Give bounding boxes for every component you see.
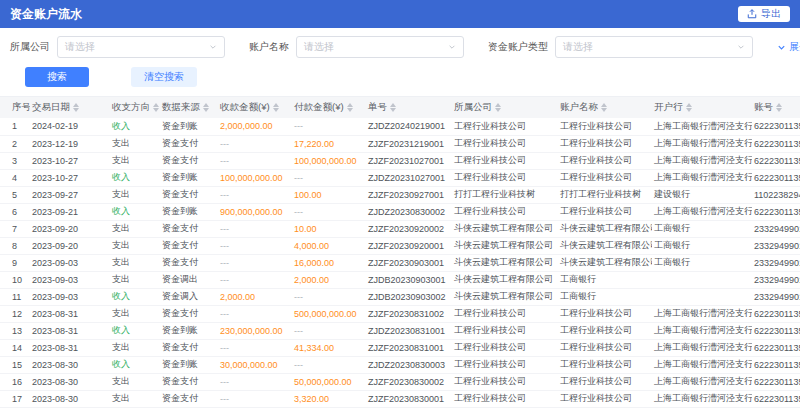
cell-receipt: 2,000,000.00 <box>218 118 292 135</box>
table-row: 132023-08-31收入资金到账230,000,000.00---ZJDZ2… <box>0 322 800 339</box>
cell-direction: 支出 <box>110 339 160 356</box>
sort-icon[interactable] <box>495 103 501 112</box>
cell-company: 工程行业科技公司 <box>452 169 558 186</box>
column-header-label: 付款金额(¥) <box>294 101 344 112</box>
cell-seq: 3 <box>0 152 30 169</box>
chevron-down-icon <box>777 43 786 52</box>
cell-account_name: 工程行业科技公司 <box>558 152 652 169</box>
column-header-label: 数据来源 <box>162 101 200 112</box>
sort-icon[interactable] <box>686 103 692 112</box>
cell-seq: 8 <box>0 237 30 254</box>
cell-receipt: --- <box>218 373 292 390</box>
cell-account_name: 工程行业科技公司 <box>558 356 652 373</box>
export-button-label: 导出 <box>761 9 781 19</box>
clear-search-button[interactable]: 清空搜索 <box>131 67 197 87</box>
cell-bank: 工商银行 <box>652 220 752 237</box>
flow-table: 序号交易日期收支方向数据来源收款金额(¥)付款金额(¥)单号所属公司账户名称开户… <box>0 97 800 408</box>
cell-account_no: 62223011357216 <box>752 135 800 152</box>
sort-icon[interactable] <box>776 103 782 112</box>
page-header: 资金账户流水 导出 <box>0 0 800 28</box>
cell-receipt: 230,000,000.00 <box>218 322 292 339</box>
cell-receipt: 30,000,000.00 <box>218 356 292 373</box>
cell-payment: 100,000,000.00 <box>292 152 366 169</box>
cell-account_name: 工程行业科技公司 <box>558 305 652 322</box>
cell-direction: 支出 <box>110 220 160 237</box>
sort-icon[interactable] <box>273 103 279 112</box>
cell-payment: 3,320.00 <box>292 390 366 407</box>
cell-order_no: ZJDB20230903002 <box>366 288 452 305</box>
cell-bank <box>652 288 752 305</box>
cell-order_no: ZJDZ20240219001 <box>366 118 452 135</box>
column-header-label: 收款金额(¥) <box>220 101 270 112</box>
sort-icon[interactable] <box>347 103 353 112</box>
cell-direction: 收入 <box>110 169 160 186</box>
cell-account_name: 工程行业科技公司 <box>558 169 652 186</box>
cell-account_no: 62223011357216 <box>752 305 800 322</box>
table-row: 92023-09-03支出资金支付---16,000.00ZJZF2023090… <box>0 254 800 271</box>
cell-bank: 上海工商银行漕河泾支行 <box>652 356 752 373</box>
company-filter-select[interactable]: 请选择 <box>57 36 225 58</box>
cell-bank: 上海工商银行漕河泾支行 <box>652 152 752 169</box>
cell-direction: 收入 <box>110 118 160 135</box>
cell-seq: 11 <box>0 288 30 305</box>
sort-icon[interactable] <box>73 103 79 112</box>
cell-seq: 10 <box>0 271 30 288</box>
account-name-filter-select[interactable]: 请选择 <box>296 36 464 58</box>
column-header-source[interactable]: 数据来源 <box>160 97 218 118</box>
column-header-company[interactable]: 所属公司 <box>452 97 558 118</box>
cell-account_no: 62223011357216 <box>752 356 800 373</box>
cell-bank: 工商银行 <box>652 254 752 271</box>
column-header-receipt[interactable]: 收款金额(¥) <box>218 97 292 118</box>
table-row: 22023-12-19支出资金支付---17,220.00ZJZF2023121… <box>0 135 800 152</box>
cell-receipt: --- <box>218 390 292 407</box>
column-header-account_no[interactable]: 账号 <box>752 97 800 118</box>
expand-filters-link[interactable]: 展开筛选 <box>777 40 800 54</box>
cell-order_no: ZJZF20230831001 <box>366 339 452 356</box>
cell-company: 工程行业科技公司 <box>452 118 558 135</box>
cell-payment: 100.00 <box>292 186 366 203</box>
cell-account_no: 62223011357216 <box>752 203 800 220</box>
cell-order_no: ZJDB20230903001 <box>366 271 452 288</box>
cell-seq: 14 <box>0 339 30 356</box>
cell-seq: 9 <box>0 254 30 271</box>
cell-date: 2023-12-19 <box>30 135 110 152</box>
cell-source: 资金调出 <box>160 271 218 288</box>
column-header-label: 开户行 <box>654 101 683 112</box>
chevron-down-icon <box>448 43 456 51</box>
column-header-account_name[interactable]: 账户名称 <box>558 97 652 118</box>
export-button[interactable]: 导出 <box>738 6 790 22</box>
account-name-filter-placeholder: 请选择 <box>304 40 334 54</box>
cell-payment: --- <box>292 322 366 339</box>
sort-icon[interactable] <box>390 103 396 112</box>
cell-bank: 上海工商银行漕河泾支行 <box>652 373 752 390</box>
sort-icon[interactable] <box>601 103 607 112</box>
cell-bank: 上海工商银行漕河泾支行 <box>652 390 752 407</box>
column-header-payment[interactable]: 付款金额(¥) <box>292 97 366 118</box>
company-filter-placeholder: 请选择 <box>65 40 95 54</box>
cell-account_name: 打打工程行业科技树 <box>558 186 652 203</box>
column-header-date[interactable]: 交易日期 <box>30 97 110 118</box>
export-icon <box>747 9 757 19</box>
cell-account_name: 工程行业科技公司 <box>558 118 652 135</box>
column-header-direction[interactable]: 收支方向 <box>110 97 160 118</box>
cell-order_no: ZJZF20230830001 <box>366 390 452 407</box>
cell-source: 资金到账 <box>160 203 218 220</box>
cell-date: 2023-08-30 <box>30 373 110 390</box>
cell-date: 2023-09-03 <box>30 288 110 305</box>
sort-icon[interactable] <box>203 103 209 112</box>
cell-direction: 收入 <box>110 203 160 220</box>
cell-account_name: 工程行业科技公司 <box>558 373 652 390</box>
cell-receipt: --- <box>218 237 292 254</box>
cell-receipt: --- <box>218 305 292 322</box>
table-header-row: 序号交易日期收支方向数据来源收款金额(¥)付款金额(¥)单号所属公司账户名称开户… <box>0 97 800 118</box>
column-header-bank[interactable]: 开户行 <box>652 97 752 118</box>
column-header-order_no[interactable]: 单号 <box>366 97 452 118</box>
search-button[interactable]: 搜索 <box>25 67 89 87</box>
column-header-label: 交易日期 <box>32 101 70 112</box>
account-type-filter-select[interactable]: 请选择 <box>555 36 753 58</box>
sort-icon[interactable] <box>153 103 159 112</box>
cell-date: 2023-09-03 <box>30 271 110 288</box>
cell-company: 工程行业科技公司 <box>452 322 558 339</box>
cell-bank: 上海工商银行漕河泾支行 <box>652 169 752 186</box>
cell-source: 资金支付 <box>160 135 218 152</box>
